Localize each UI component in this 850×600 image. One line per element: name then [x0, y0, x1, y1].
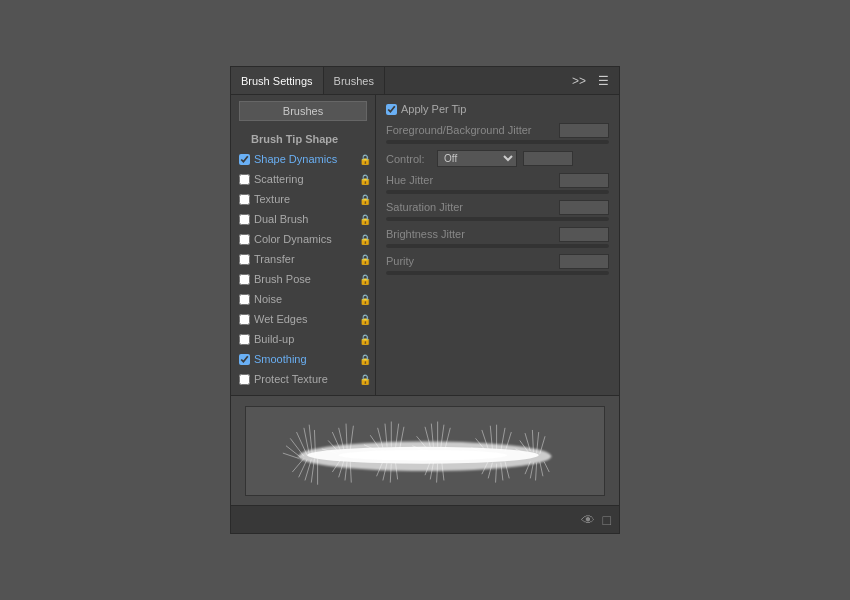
checkbox-color-dynamics[interactable] [239, 234, 250, 245]
brush-preview-area [231, 395, 619, 505]
brightness-jitter-slider[interactable] [386, 244, 609, 248]
label-texture: Texture [254, 193, 359, 205]
list-item-brush-pose[interactable]: Brush Pose 🔒 [231, 269, 375, 289]
label-buildup: Build-up [254, 333, 359, 345]
saturation-jitter-label: Saturation Jitter [386, 201, 463, 213]
hue-jitter-slider[interactable] [386, 190, 609, 194]
brightness-jitter-label: Brightness Jitter [386, 228, 465, 240]
label-protect-texture: Protect Texture [254, 373, 359, 385]
label-dual-brush: Dual Brush [254, 213, 359, 225]
label-brush-pose: Brush Pose [254, 273, 359, 285]
panel-menu-icon[interactable]: ☰ [594, 72, 613, 90]
fg-bg-jitter-row: Foreground/Background Jitter [386, 123, 609, 144]
right-content: Apply Per Tip Foreground/Background Jitt… [376, 95, 619, 395]
list-item-protect-texture[interactable]: Protect Texture 🔒 [231, 369, 375, 389]
control-label: Control: [386, 153, 431, 165]
brightness-jitter-row: Brightness Jitter [386, 227, 609, 248]
brush-tip-shape-label: Brush Tip Shape [231, 129, 375, 149]
list-item-shape-dynamics[interactable]: Shape Dynamics 🔒 [231, 149, 375, 169]
hue-jitter-label: Hue Jitter [386, 174, 433, 186]
lock-icon-smoothing: 🔒 [359, 354, 371, 365]
eye-icon[interactable]: 👁 [581, 512, 595, 528]
label-wet-edges: Wet Edges [254, 313, 359, 325]
panel-expand-icon[interactable]: >> [568, 72, 590, 90]
list-item-color-dynamics[interactable]: Color Dynamics 🔒 [231, 229, 375, 249]
lock-icon-protect-texture: 🔒 [359, 374, 371, 385]
brush-stroke-svg [246, 407, 604, 495]
tab-brushes[interactable]: Brushes [324, 67, 385, 94]
list-item-buildup[interactable]: Build-up 🔒 [231, 329, 375, 349]
saturation-jitter-slider[interactable] [386, 217, 609, 221]
checkbox-transfer[interactable] [239, 254, 250, 265]
svg-line-64 [530, 462, 533, 478]
control-row: Control: Off [386, 150, 609, 167]
panel-header: Brush Settings Brushes >> ☰ [231, 67, 619, 95]
lock-icon-transfer: 🔒 [359, 254, 371, 265]
fg-bg-jitter-slider[interactable] [386, 140, 609, 144]
checkbox-texture[interactable] [239, 194, 250, 205]
lock-icon-wet-edges: 🔒 [359, 314, 371, 325]
hue-jitter-header: Hue Jitter [386, 173, 609, 188]
checkbox-smoothing[interactable] [239, 354, 250, 365]
list-item-wet-edges[interactable]: Wet Edges 🔒 [231, 309, 375, 329]
tab-brush-settings[interactable]: Brush Settings [231, 67, 324, 94]
apply-per-tip-row: Apply Per Tip [386, 103, 609, 115]
lock-icon-dual-brush: 🔒 [359, 214, 371, 225]
label-smoothing: Smoothing [254, 353, 359, 365]
svg-line-9 [299, 459, 307, 477]
list-item-noise[interactable]: Noise 🔒 [231, 289, 375, 309]
preview-footer: 👁 □ [231, 505, 619, 533]
label-color-dynamics: Color Dynamics [254, 233, 359, 245]
label-noise: Noise [254, 293, 359, 305]
brush-preview-canvas [245, 406, 605, 496]
header-icons: >> ☰ [568, 72, 619, 90]
control-value-input[interactable] [523, 151, 573, 166]
saturation-jitter-input[interactable] [559, 200, 609, 215]
checkbox-brush-pose[interactable] [239, 274, 250, 285]
lock-icon-texture: 🔒 [359, 194, 371, 205]
saturation-jitter-header: Saturation Jitter [386, 200, 609, 215]
lock-icon-noise: 🔒 [359, 294, 371, 305]
saturation-jitter-row: Saturation Jitter [386, 200, 609, 221]
checkbox-dual-brush[interactable] [239, 214, 250, 225]
panel-body: Brushes Brush Tip Shape Shape Dynamics 🔒… [231, 95, 619, 395]
checkbox-noise[interactable] [239, 294, 250, 305]
fg-bg-jitter-input[interactable] [559, 123, 609, 138]
checkbox-protect-texture[interactable] [239, 374, 250, 385]
svg-line-1 [290, 438, 304, 456]
control-select[interactable]: Off [437, 150, 517, 167]
left-sidebar: Brushes Brush Tip Shape Shape Dynamics 🔒… [231, 95, 376, 395]
lock-icon-buildup: 🔒 [359, 334, 371, 345]
brightness-jitter-input[interactable] [559, 227, 609, 242]
checkbox-wet-edges[interactable] [239, 314, 250, 325]
label-shape-dynamics: Shape Dynamics [254, 153, 359, 165]
checkbox-buildup[interactable] [239, 334, 250, 345]
new-layer-icon[interactable]: □ [603, 512, 611, 528]
list-item-smoothing[interactable]: Smoothing 🔒 [231, 349, 375, 369]
list-item-texture[interactable]: Texture 🔒 [231, 189, 375, 209]
hue-jitter-row: Hue Jitter [386, 173, 609, 194]
list-item-transfer[interactable]: Transfer 🔒 [231, 249, 375, 269]
lock-icon-scattering: 🔒 [359, 174, 371, 185]
apply-per-tip-label: Apply Per Tip [401, 103, 466, 115]
svg-line-66 [540, 461, 543, 476]
fg-bg-jitter-label: Foreground/Background Jitter [386, 124, 532, 136]
hue-jitter-input[interactable] [559, 173, 609, 188]
label-transfer: Transfer [254, 253, 359, 265]
list-item-dual-brush[interactable]: Dual Brush 🔒 [231, 209, 375, 229]
svg-point-69 [339, 449, 507, 460]
brush-settings-panel: Brush Settings Brushes >> ☰ Brushes Brus… [230, 66, 620, 534]
purity-label: Purity [386, 255, 414, 267]
purity-header: Purity [386, 254, 609, 269]
lock-icon-shape-dynamics: 🔒 [359, 154, 371, 165]
apply-per-tip-checkbox[interactable] [386, 104, 397, 115]
label-scattering: Scattering [254, 173, 359, 185]
svg-line-6 [286, 445, 301, 457]
purity-slider[interactable] [386, 271, 609, 275]
checkbox-shape-dynamics[interactable] [239, 154, 250, 165]
list-item-scattering[interactable]: Scattering 🔒 [231, 169, 375, 189]
svg-line-67 [544, 461, 549, 472]
checkbox-scattering[interactable] [239, 174, 250, 185]
brushes-button[interactable]: Brushes [239, 101, 367, 121]
purity-input[interactable] [559, 254, 609, 269]
